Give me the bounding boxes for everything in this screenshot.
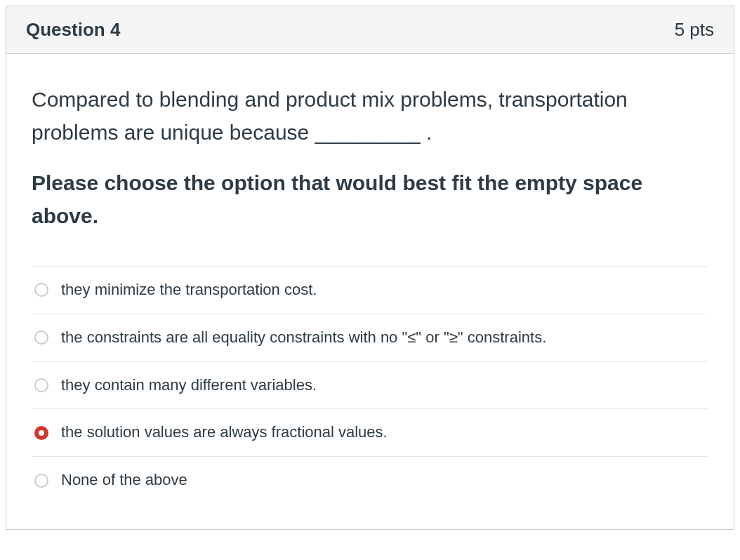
question-title: Question 4 <box>26 19 120 41</box>
radio-icon[interactable] <box>34 283 48 297</box>
answer-text: they contain many different variables. <box>61 375 317 396</box>
answer-option[interactable]: they minimize the transportation cost. <box>32 267 708 314</box>
question-card: Question 4 5 pts Compared to blending an… <box>6 6 734 530</box>
question-header: Question 4 5 pts <box>6 6 734 54</box>
question-points: 5 pts <box>675 19 714 41</box>
radio-icon[interactable] <box>34 331 48 345</box>
answer-option[interactable]: the solution values are always fractiona… <box>32 409 708 457</box>
answer-option[interactable]: they contain many different variables. <box>32 362 708 410</box>
answer-text: None of the above <box>61 469 187 491</box>
question-body: Compared to blending and product mix pro… <box>6 54 734 529</box>
answer-option[interactable]: the constraints are all equality constra… <box>32 314 708 362</box>
answer-option[interactable]: None of the above <box>32 457 708 504</box>
answer-text: the constraints are all equality constra… <box>61 327 546 349</box>
radio-icon[interactable] <box>34 474 48 488</box>
question-instruction: Please choose the option that would best… <box>32 167 708 232</box>
answer-list: they minimize the transportation cost. t… <box>32 266 708 504</box>
question-stem: Compared to blending and product mix pro… <box>32 84 708 149</box>
radio-icon-selected[interactable] <box>34 426 48 440</box>
answer-text: they minimize the transportation cost. <box>61 279 317 301</box>
radio-icon[interactable] <box>34 378 48 392</box>
answer-text: the solution values are always fractiona… <box>61 422 388 444</box>
